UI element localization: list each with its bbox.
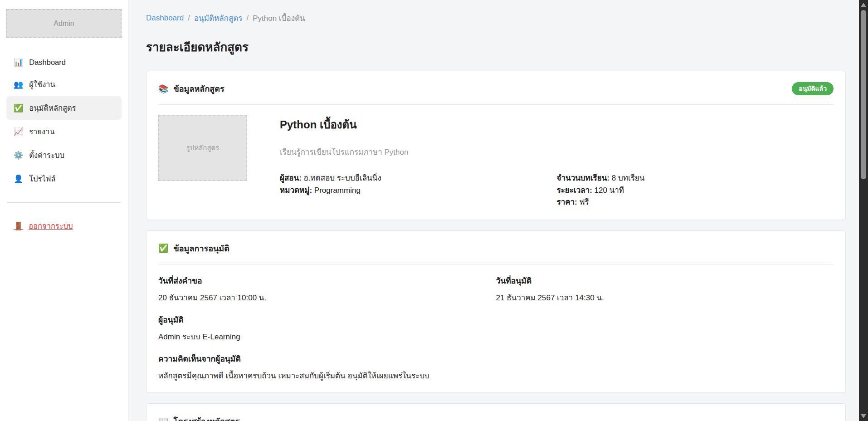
gear-icon: ⚙️ [14,152,23,159]
logout-link[interactable]: 🚪 ออกจากระบบ [14,220,114,232]
course-info-card-header: 📚 ข้อมูลหลักสูตร อนุมัติแล้ว [158,82,834,95]
course-image-placeholder-label: รูปหลักสูตร [186,142,219,153]
sidebar-item-label: รายงาน [29,126,54,137]
brand-placeholder: Admin [6,9,122,38]
category-line: หมวดหมู่: Programming [280,185,557,197]
sidebar-divider [7,202,121,203]
sidebar: Admin 📊 Dashboard 👥 ผู้ใช้งาน ✅ อนุมัติห… [0,0,128,421]
sidebar-nav: 📊 Dashboard 👥 ผู้ใช้งาน ✅ อนุมัติหลักสูต… [6,52,122,191]
breadcrumb-link-dashboard[interactable]: Dashboard [146,14,184,23]
door-icon: 🚪 [14,222,23,230]
approval-dates-grid: วันที่ส่งคำขอ 20 ธันวาคม 2567 เวลา 10:00… [158,264,834,304]
sidebar-item-label: ตั้งค่าระบบ [29,149,64,161]
course-description: เรียนรู้การเขียนโปรแกรมภาษา Python [280,146,834,158]
duration-value: 120 นาที [595,186,624,195]
check-box-icon: ✅ [158,244,168,252]
breadcrumb-current: Python เบื้องต้น [253,12,305,24]
main-content: Dashboard / อนุมัติหลักสูตร / Python เบื… [128,0,859,421]
brand-label: Admin [54,20,74,28]
course-structure-card-title: โครงสร้างหลักสูตร [173,415,239,421]
sidebar-item-label: ผู้ใช้งาน [29,78,55,90]
sidebar-item-label: อนุมัติหลักสูตร [29,102,76,114]
page-title: รายละเอียดหลักสูตร [146,38,846,56]
instructor-line: ผู้สอน: อ.ทดสอบ ระบบอีเลินนิ่ง [280,172,557,185]
lessons-value: 8 บทเรียน [612,174,645,182]
approver-label: ผู้อนุมัติ [158,313,834,326]
approver-comment-value: หลักสูตรมีคุณภาพดี เนื้อหาครบถ้วน เหมาะส… [158,369,834,382]
users-icon: 👥 [14,81,23,88]
sidebar-item-users[interactable]: 👥 ผู้ใช้งาน [6,73,122,96]
sidebar-item-reports[interactable]: 📈 รายงาน [6,120,122,143]
sidebar-item-course-approval[interactable]: ✅ อนุมัติหลักสูตร [6,96,122,120]
category-value: Programming [314,186,361,195]
open-book-icon: 📖 [158,417,168,421]
sidebar-item-label: Dashboard [29,58,66,67]
sidebar-item-settings[interactable]: ⚙️ ตั้งค่าระบบ [6,143,122,167]
scrollbar-thumb[interactable] [861,10,866,179]
price-label: ราคา: [557,198,577,206]
instructor-value: อ.ทดสอบ ระบบอีเลินนิ่ง [304,174,381,182]
approve-date-label: วันที่อนุมัติ [496,274,834,287]
bar-chart-icon: 📊 [14,59,23,66]
approver-comment-label: ความคิดเห็นจากผู้อนุมัติ [158,352,834,365]
trend-chart-icon: 📈 [14,128,23,136]
lessons-line: จำนวนบทเรียน: 8 บทเรียน [557,172,834,185]
status-badge: อนุมัติแล้ว [792,82,834,95]
breadcrumb-separator: / [188,14,190,23]
price-value: ฟรี [580,198,589,206]
books-icon: 📚 [158,85,168,93]
breadcrumb: Dashboard / อนุมัติหลักสูตร / Python เบื… [146,12,846,24]
course-info-card-title: ข้อมูลหลักสูตร [173,82,224,95]
request-date-block: วันที่ส่งคำขอ 20 ธันวาคม 2567 เวลา 10:00… [158,264,496,304]
vertical-scrollbar[interactable] [859,0,868,421]
category-label: หมวดหมู่: [280,186,312,195]
person-icon: 👤 [14,175,23,183]
approver-value: Admin ระบบ E-Learning [158,330,834,343]
approver-comment-block: ความคิดเห็นจากผู้อนุมัติ หลักสูตรมีคุณภา… [158,352,834,382]
sidebar-item-dashboard[interactable]: 📊 Dashboard [6,52,122,73]
course-structure-card: 📖 โครงสร้างหลักสูตร [146,403,846,421]
card-divider [158,104,834,105]
course-info-card: 📚 ข้อมูลหลักสูตร อนุมัติแล้ว รูปหลักสูตร… [146,71,846,220]
request-date-value: 20 ธันวาคม 2567 เวลา 10:00 น. [158,291,496,304]
scrollbar-down-arrow-icon[interactable] [861,414,866,418]
lessons-label: จำนวนบทเรียน: [557,174,610,182]
approver-block: ผู้อนุมัติ Admin ระบบ E-Learning [158,313,834,343]
course-main: Python เบื้องต้น เรียนรู้การเขียนโปรแกรม… [280,115,834,209]
sidebar-item-label: โปรไฟล์ [29,173,55,185]
course-meta: ผู้สอน: อ.ทดสอบ ระบบอีเลินนิ่ง หมวดหมู่:… [280,172,834,209]
sidebar-item-profile[interactable]: 👤 โปรไฟล์ [6,167,122,191]
course-body: รูปหลักสูตร Python เบื้องต้น เรียนรู้การ… [158,115,834,209]
check-box-icon: ✅ [14,104,23,112]
course-meta-left: ผู้สอน: อ.ทดสอบ ระบบอีเลินนิ่ง หมวดหมู่:… [280,172,557,209]
course-structure-card-header: 📖 โครงสร้างหลักสูตร [158,415,834,421]
instructor-label: ผู้สอน: [280,174,302,182]
price-line: ราคา: ฟรี [557,196,834,209]
approve-date-block: วันที่อนุมัติ 21 ธันวาคม 2567 เวลา 14:30… [496,264,834,304]
course-meta-right: จำนวนบทเรียน: 8 บทเรียน ระยะเวลา: 120 นา… [557,172,834,209]
request-date-label: วันที่ส่งคำขอ [158,274,496,287]
breadcrumb-separator: / [246,14,249,23]
course-image-placeholder: รูปหลักสูตร [158,115,247,181]
approval-info-card-title: ข้อมูลการอนุมัติ [173,242,229,255]
approval-info-card-header: ✅ ข้อมูลการอนุมัติ [158,242,834,255]
approval-info-card: ✅ ข้อมูลการอนุมัติ วันที่ส่งคำขอ 20 ธันว… [146,230,846,393]
scrollbar-up-arrow-icon[interactable] [861,3,866,7]
duration-label: ระยะเวลา: [557,186,592,195]
course-title: Python เบื้องต้น [280,116,834,133]
approve-date-value: 21 ธันวาคม 2567 เวลา 14:30 น. [496,291,834,304]
logout-label: ออกจากระบบ [29,220,73,232]
breadcrumb-link-course-approval[interactable]: อนุมัติหลักสูตร [194,12,243,24]
duration-line: ระยะเวลา: 120 นาที [557,185,834,197]
